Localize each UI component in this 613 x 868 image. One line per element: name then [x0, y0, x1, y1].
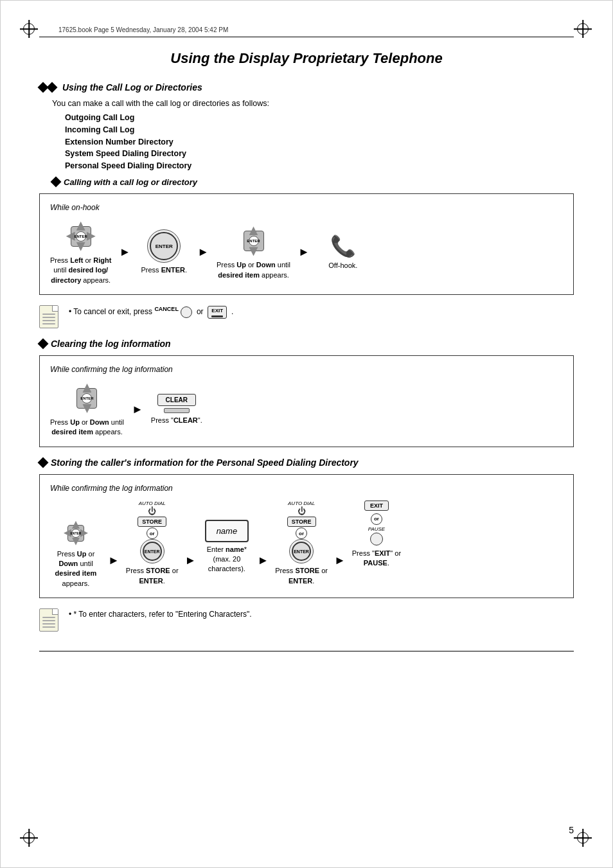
clear-button-bar	[164, 408, 190, 413]
store-info-box: While confirming the log information ENT…	[39, 474, 574, 599]
store-step-4: AUTO DIAL ⏻ STORE or ENTER Press STORE o…	[275, 500, 328, 586]
list-item-2: Incoming Call Log	[65, 124, 574, 136]
store-step4-caption: Press STORE orENTER.	[275, 566, 328, 586]
note-icon-1	[39, 305, 62, 328]
store-arrow-3: ►	[257, 554, 269, 567]
cancel-button-icon	[181, 306, 192, 318]
enter-button-1: ENTER	[147, 229, 181, 263]
registration-mark-bottom-right	[574, 829, 593, 848]
store-flow-row: ENTER Press Up orDown untildesired itema…	[50, 500, 563, 589]
box-label-1: While on-hook	[50, 203, 563, 212]
store-key-1: STORE	[138, 517, 166, 527]
auto-dial-label-1: AUTO DIAL	[139, 500, 166, 507]
store-step2-caption: Press STORE orENTER.	[126, 566, 179, 586]
dpad-4: ENTER	[62, 520, 89, 547]
name-display: name	[205, 520, 249, 542]
clear-step-2: CLEAR Press "CLEAR".	[151, 394, 202, 425]
clear-arrow-1: ►	[132, 403, 143, 416]
store-key-2: STORE	[287, 517, 316, 527]
section3-diamond	[38, 457, 49, 468]
note-text-1: • To cancel or exit, press CANCEL or EXI…	[69, 305, 233, 319]
registration-mark-top-right	[574, 20, 593, 39]
clear-log-box: While confirming the log information ENT…	[39, 355, 574, 447]
flow-row-1: ENTER Press Left or Rightuntil desired l…	[50, 220, 563, 285]
enter-button-3: ENTER	[289, 539, 314, 563]
store-step3-caption: Enter name*(max. 20characters).	[207, 545, 247, 574]
clear-button-container: CLEAR	[157, 394, 196, 413]
bottom-divider	[39, 651, 574, 651]
section1-intro: You can make a call with the call log or…	[52, 99, 574, 108]
diamond-bullet-2	[47, 82, 58, 93]
flow-step-4: 📞 Off-hook.	[317, 234, 369, 270]
store-step-3: name Enter name*(max. 20characters).	[202, 500, 251, 574]
pause-label-text: PAUSE	[368, 526, 386, 532]
arrow-3: ►	[298, 245, 310, 259]
clear-step2-caption: Press "CLEAR".	[151, 416, 202, 425]
auto-dial-label-2: AUTO DIAL	[288, 500, 315, 507]
section2-header: Clearing the log information	[39, 339, 574, 349]
note-icon-2	[39, 608, 62, 632]
store-step-2: AUTO DIAL ⏻ STORE or ENTER Press STORE o…	[126, 500, 179, 586]
store-key-section-2: AUTO DIAL ⏻ STORE or ENTER	[287, 500, 316, 564]
list-item-1: Outgoing Call Log	[65, 112, 574, 124]
flow-step-2: ENTER Press ENTER.	[138, 229, 190, 275]
store-step-5: EXIT or PAUSE Press "EXIT" orPAUSE.	[352, 500, 401, 569]
store-step1-caption: Press Up orDown untildesired itemappears…	[55, 549, 97, 589]
page-title: Using the Display Proprietary Telephone	[39, 50, 574, 67]
page-info: 17625.book Page 5 Wednesday, January 28,…	[39, 26, 574, 37]
dpad-1: ENTER	[64, 220, 98, 253]
store-arrow-2: ►	[185, 554, 197, 567]
clear-step1-caption: Press Up or Down untildesired item appea…	[50, 418, 124, 438]
step4-caption: Off-hook.	[328, 261, 357, 270]
pause-circle	[370, 533, 383, 545]
step3-caption: Press Up or Down untildesired item appea…	[217, 260, 290, 280]
step2-caption: Press ENTER.	[141, 265, 187, 275]
exit-key-box: EXIT	[364, 500, 389, 511]
clear-box-label: While confirming the log information	[50, 365, 563, 374]
arrow-1: ►	[119, 245, 130, 259]
power-icon-2: ⏻	[298, 506, 306, 516]
or-circle-2: or	[296, 527, 307, 539]
or-circle-3: or	[371, 513, 382, 525]
registration-mark-bottom-left	[20, 829, 39, 848]
clear-step-1: ENTER Press Up or Down untildesired item…	[50, 382, 124, 438]
store-arrow-1: ►	[108, 554, 120, 567]
list-item-5: Personal Speed Dialing Directory	[65, 160, 574, 172]
dpad-2: ENTER	[237, 224, 271, 258]
call-log-box: While on-hook ENTER Press Left or Rightu…	[39, 193, 574, 295]
note-box-1: • To cancel or exit, press CANCEL or EXI…	[39, 305, 574, 328]
clear-button: CLEAR	[157, 394, 196, 406]
list-item-3: Extension Number Directory	[65, 136, 574, 148]
registration-mark-top-left	[20, 20, 39, 39]
footer-note-text: • * To enter characters, refer to "Enter…	[69, 608, 252, 620]
page-number: 5	[569, 825, 574, 835]
section3-header: Storing the caller's information for the…	[39, 457, 574, 468]
cancel-label: CANCEL	[154, 306, 179, 312]
power-icon-1: ⏻	[148, 506, 156, 516]
list-item-4: System Speed Dialing Directory	[65, 148, 574, 160]
section2-diamond	[38, 338, 49, 349]
store-arrow-4: ►	[334, 554, 346, 567]
exit-key-section: EXIT or PAUSE	[364, 500, 389, 546]
directory-list: Outgoing Call Log Incoming Call Log Exte…	[65, 112, 574, 172]
store-step-1: ENTER Press Up orDown untildesired itema…	[50, 500, 102, 589]
dpad-3: ENTER	[70, 382, 103, 415]
flow-step-1: ENTER Press Left or Rightuntil desired l…	[50, 220, 111, 285]
section1-header: Using the Call Log or Directories	[39, 82, 574, 93]
handset-icon: 📞	[330, 234, 356, 258]
subsection1-header: Calling with a call log or directory	[52, 177, 574, 187]
arrow-2: ►	[197, 245, 209, 259]
exit-key-icon: EXIT	[208, 306, 227, 319]
clear-flow-row: ENTER Press Up or Down untildesired item…	[50, 382, 563, 438]
sub-diamond	[51, 177, 62, 188]
flow-step-3: ENTER Press Up or Down untildesired item…	[217, 224, 290, 280]
step1-caption: Press Left or Rightuntil desired log/dir…	[50, 256, 111, 285]
store-key-section: AUTO DIAL ⏻ STORE or ENTER	[138, 500, 166, 564]
store-step5-caption: Press "EXIT" orPAUSE.	[352, 549, 401, 569]
or-circle-1: or	[147, 527, 158, 539]
footer-note-box: • * To enter characters, refer to "Enter…	[39, 608, 574, 632]
enter-button-2: ENTER	[140, 539, 164, 563]
store-box-label: While confirming the log information	[50, 484, 563, 493]
